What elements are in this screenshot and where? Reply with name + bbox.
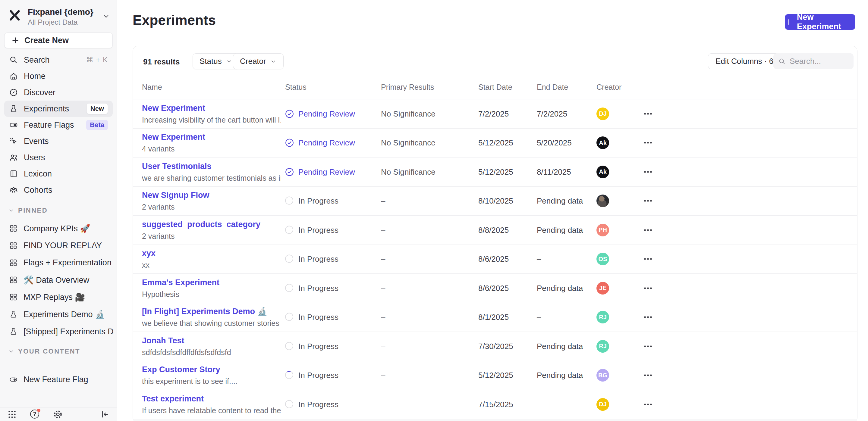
row-menu-button[interactable] bbox=[643, 370, 653, 380]
table-row[interactable]: Emma's Experiment Hypothesis In Progress… bbox=[133, 273, 857, 303]
status-label: Pending Review bbox=[299, 138, 355, 148]
apps-grid-icon[interactable] bbox=[7, 410, 17, 419]
table-row[interactable]: New Experiment Increasing visibility of … bbox=[133, 99, 857, 128]
experiment-name-link[interactable]: Jonah Test bbox=[142, 336, 281, 345]
creator-filter-dropdown[interactable]: Creator bbox=[233, 53, 284, 69]
sidebar-item-experiments[interactable]: Experiments New bbox=[4, 101, 113, 117]
pinned-item-label: [Shipped] Experiments Demo 🖊️ bbox=[24, 327, 113, 336]
row-menu-button[interactable] bbox=[643, 312, 653, 322]
sidebar-item-users[interactable]: Users bbox=[4, 149, 113, 166]
experiment-name-link[interactable]: New Signup Flow bbox=[142, 191, 281, 200]
row-menu-button[interactable] bbox=[643, 167, 653, 177]
sidebar-item-discover[interactable]: Discover bbox=[4, 84, 113, 101]
page-title: Experiments bbox=[133, 12, 216, 28]
creator-avatar: JE bbox=[596, 282, 609, 294]
table-row[interactable]: suggested_products_category 2 variants I… bbox=[133, 215, 857, 245]
sidebar-item-cohorts[interactable]: Cohorts bbox=[4, 182, 113, 198]
experiment-name-link[interactable]: User Testimonials bbox=[142, 161, 281, 171]
table-search-input[interactable] bbox=[789, 57, 849, 66]
sidebar-item-label: Discover bbox=[24, 88, 56, 97]
table-row[interactable]: User Testimonials we are sharing custome… bbox=[133, 157, 857, 186]
row-menu-button[interactable] bbox=[643, 109, 653, 119]
sidebar-item-label: Search bbox=[24, 56, 50, 65]
section-header-your-content[interactable]: YOUR CONTENT bbox=[8, 348, 80, 355]
sidebar-item-home[interactable]: Home bbox=[4, 68, 113, 84]
sidebar-pinned-item[interactable]: Experiments Demo 🔬 bbox=[4, 306, 113, 323]
table-row[interactable]: Exp Customer Story this experiment is to… bbox=[133, 361, 857, 390]
workspace-switcher[interactable]: Fixpanel {demo} All Project Data bbox=[8, 7, 110, 26]
experiment-name-link[interactable]: [In Flight] Experiments Demo 🔬 bbox=[142, 306, 281, 316]
chevron-down-icon bbox=[270, 58, 277, 65]
ellipsis-icon bbox=[643, 370, 653, 380]
creator-filter-label: Creator bbox=[240, 57, 266, 66]
sidebar-item-feature-flags[interactable]: Feature Flags Beta bbox=[4, 117, 113, 133]
row-menu-button[interactable] bbox=[643, 254, 653, 264]
board-icon bbox=[9, 276, 18, 284]
sidebar-item-events[interactable]: Events bbox=[4, 133, 113, 149]
chevron-down-icon bbox=[8, 348, 14, 355]
sidebar-pinned-item[interactable]: New Feature Flag bbox=[4, 371, 113, 388]
experiment-name-link[interactable]: New Experiment bbox=[142, 132, 281, 142]
keyboard-shortcut: ⌘ + K bbox=[86, 56, 108, 64]
status-icon bbox=[285, 226, 294, 234]
collapse-sidebar-icon[interactable] bbox=[100, 410, 110, 419]
create-new-button[interactable]: Create New bbox=[4, 33, 113, 48]
help-icon[interactable]: ? bbox=[30, 410, 40, 419]
row-menu-button[interactable] bbox=[643, 341, 653, 351]
table-row[interactable]: [In Flight] Experiments Demo 🔬 we believ… bbox=[133, 303, 857, 332]
row-menu-button[interactable] bbox=[643, 138, 653, 148]
experiment-name-link[interactable]: Emma's Experiment bbox=[142, 278, 281, 287]
experiment-description: we are sharing customer testimonials as … bbox=[142, 173, 281, 182]
sidebar-pinned-item[interactable]: Company KPIs 🚀 bbox=[4, 220, 113, 237]
end-date-value: Pending data bbox=[537, 342, 583, 351]
chevron-down-icon bbox=[226, 58, 232, 65]
edit-columns-button[interactable]: Edit Columns · 6 bbox=[708, 53, 781, 69]
fixpanel-logo-icon bbox=[8, 8, 22, 22]
row-menu-button[interactable] bbox=[643, 399, 653, 410]
search-icon bbox=[9, 56, 18, 64]
new-experiment-label: New Experiment bbox=[797, 13, 855, 31]
pinned-item-label: Company KPIs 🚀 bbox=[24, 224, 90, 233]
sidebar-pinned-item[interactable]: FIND YOUR REPLAY bbox=[4, 237, 113, 254]
new-experiment-button[interactable]: New Experiment bbox=[785, 14, 855, 30]
end-date-value: Pending data bbox=[537, 283, 583, 293]
sidebar-pinned-item[interactable]: 🛠️ Data Overview bbox=[4, 271, 113, 289]
table-row[interactable]: New Experiment 4 variants Pending Review… bbox=[133, 128, 857, 158]
end-date-value: – bbox=[537, 313, 541, 322]
primary-results-value: – bbox=[381, 371, 385, 380]
status-filter-dropdown[interactable]: Status bbox=[193, 53, 239, 69]
settings-gear-icon[interactable] bbox=[53, 410, 63, 419]
row-menu-button[interactable] bbox=[643, 283, 653, 293]
sidebar-pinned-item[interactable]: [Shipped] Experiments Demo 🖊️ bbox=[4, 323, 113, 340]
experiment-description: we believe that showing customer stories… bbox=[142, 319, 281, 328]
workspace-name: Fixpanel {demo} bbox=[28, 7, 93, 17]
table-row[interactable]: xyx xx In Progress – 8/6/2025 – OS bbox=[133, 245, 857, 274]
section-header-pinned[interactable]: PINNED bbox=[8, 206, 48, 215]
results-count: 91 results bbox=[143, 57, 180, 67]
board-icon bbox=[9, 293, 18, 301]
status-label: Pending Review bbox=[299, 109, 355, 118]
table-row[interactable]: Jonah Test sdfdsfdsfsdfdffdfdsfsdfdsfd I… bbox=[133, 331, 857, 361]
sidebar-pinned-item[interactable]: MXP Replays 🎥 bbox=[4, 289, 113, 306]
sidebar: Fixpanel {demo} All Project Data Create … bbox=[0, 0, 117, 421]
primary-results-value: – bbox=[381, 313, 385, 322]
experiment-name-link[interactable]: Exp Customer Story bbox=[142, 365, 281, 374]
start-date-value: 7/30/2025 bbox=[478, 342, 513, 351]
creator-avatar: RJ bbox=[596, 311, 609, 323]
sidebar-pinned-item[interactable]: Flags + Experimentation Demo , bbox=[4, 254, 113, 271]
status-icon bbox=[285, 371, 294, 380]
ellipsis-icon bbox=[643, 283, 653, 293]
toolbar-divider bbox=[180, 55, 180, 68]
primary-results-value: – bbox=[381, 283, 385, 293]
table-row[interactable]: Test experiment If users have relatable … bbox=[133, 390, 857, 419]
sidebar-item-search[interactable]: Search ⌘ + K bbox=[4, 52, 113, 68]
experiment-name-link[interactable]: xyx bbox=[142, 249, 281, 258]
row-menu-button[interactable] bbox=[643, 225, 653, 235]
sidebar-item-lexicon[interactable]: Lexicon bbox=[4, 166, 113, 182]
experiment-name-link[interactable]: suggested_products_category bbox=[142, 220, 281, 229]
start-date-value: 5/12/2025 bbox=[478, 371, 513, 380]
table-row[interactable]: New Signup Flow 2 variants In Progress –… bbox=[133, 186, 857, 216]
experiment-name-link[interactable]: Test experiment bbox=[142, 394, 281, 403]
experiment-name-link[interactable]: New Experiment bbox=[142, 103, 281, 112]
row-menu-button[interactable] bbox=[643, 196, 653, 206]
